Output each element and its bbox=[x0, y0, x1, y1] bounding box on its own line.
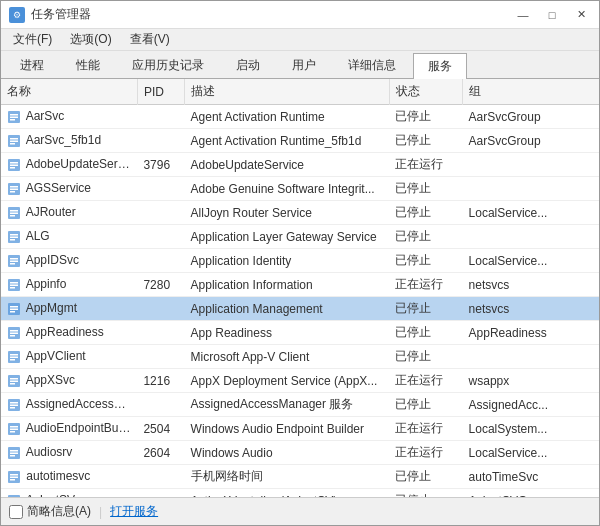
cell-name: AssignedAccessManager... bbox=[1, 393, 137, 417]
services-table-container[interactable]: 名称 PID 描述 状态 组 AarSvc bbox=[1, 79, 599, 497]
cell-pid bbox=[137, 177, 184, 201]
brief-info-label: 简略信息(A) bbox=[27, 503, 91, 520]
table-row[interactable]: AxInstSV ActiveX Installer (AxInstSV) 已停… bbox=[1, 489, 599, 498]
service-icon bbox=[7, 446, 21, 460]
maximize-button[interactable]: □ bbox=[538, 5, 566, 25]
menu-options[interactable]: 选项(O) bbox=[62, 29, 119, 50]
table-row[interactable]: AppVClient Microsoft App-V Client 已停止 bbox=[1, 345, 599, 369]
cell-desc: Application Management bbox=[185, 297, 390, 321]
cell-status: 已停止 bbox=[389, 465, 462, 489]
cell-desc: ActiveX Installer (AxInstSV) bbox=[185, 489, 390, 498]
svg-rect-49 bbox=[10, 402, 18, 404]
svg-rect-47 bbox=[10, 383, 15, 385]
service-icon bbox=[7, 206, 21, 220]
service-icon bbox=[7, 278, 21, 292]
table-row[interactable]: AarSvc_5fb1d Agent Activation Runtime_5f… bbox=[1, 129, 599, 153]
cell-group bbox=[463, 177, 599, 201]
cell-status: 已停止 bbox=[389, 297, 462, 321]
table-row[interactable]: AJRouter AllJoyn Router Service 已停止 Loca… bbox=[1, 201, 599, 225]
svg-rect-5 bbox=[10, 138, 18, 140]
service-icon bbox=[7, 398, 21, 412]
col-header-desc[interactable]: 描述 bbox=[185, 79, 390, 105]
table-row[interactable]: ALG Application Layer Gateway Service 已停… bbox=[1, 225, 599, 249]
tab-processes[interactable]: 进程 bbox=[5, 52, 59, 78]
tab-users[interactable]: 用户 bbox=[277, 52, 331, 78]
cell-desc: Application Information bbox=[185, 273, 390, 297]
svg-rect-15 bbox=[10, 191, 15, 193]
app-icon: ⚙ bbox=[9, 7, 25, 23]
title-buttons: — □ ✕ bbox=[509, 5, 595, 25]
svg-rect-10 bbox=[10, 164, 18, 166]
svg-rect-1 bbox=[10, 114, 18, 116]
table-row[interactable]: Audiosrv 2604 Windows Audio 正在运行 LocalSe… bbox=[1, 441, 599, 465]
table-row[interactable]: AudioEndpointBuilder 2504 Windows Audio … bbox=[1, 417, 599, 441]
tab-services[interactable]: 服务 bbox=[413, 53, 467, 79]
table-row[interactable]: AGSService Adobe Genuine Software Integr… bbox=[1, 177, 599, 201]
cell-desc: AssignedAccessManager 服务 bbox=[185, 393, 390, 417]
cell-group: autoTimeSvc bbox=[463, 465, 599, 489]
minimize-button[interactable]: — bbox=[509, 5, 537, 25]
col-header-group[interactable]: 组 bbox=[463, 79, 599, 105]
col-header-pid[interactable]: PID bbox=[137, 79, 184, 105]
title-bar: ⚙ 任务管理器 — □ ✕ bbox=[1, 1, 599, 29]
cell-pid bbox=[137, 321, 184, 345]
cell-group: AssignedAcc... bbox=[463, 393, 599, 417]
table-row[interactable]: AppXSvc 1216 AppX Deployment Service (Ap… bbox=[1, 369, 599, 393]
cell-status: 已停止 bbox=[389, 345, 462, 369]
tab-startup[interactable]: 启动 bbox=[221, 52, 275, 78]
open-services-link[interactable]: 打开服务 bbox=[110, 503, 158, 520]
col-header-status[interactable]: 状态 bbox=[389, 79, 462, 105]
cell-pid bbox=[137, 105, 184, 129]
svg-rect-39 bbox=[10, 335, 15, 337]
service-icon bbox=[7, 182, 21, 196]
table-row[interactable]: AppReadiness App Readiness 已停止 AppReadin… bbox=[1, 321, 599, 345]
svg-rect-53 bbox=[10, 426, 18, 428]
svg-rect-59 bbox=[10, 455, 15, 457]
table-row[interactable]: AppMgmt Application Management 已停止 netsv… bbox=[1, 297, 599, 321]
menu-view[interactable]: 查看(V) bbox=[122, 29, 178, 50]
table-row[interactable]: AarSvc Agent Activation Runtime 已停止 AarS… bbox=[1, 105, 599, 129]
menu-file[interactable]: 文件(F) bbox=[5, 29, 60, 50]
cell-desc: AllJoyn Router Service bbox=[185, 201, 390, 225]
tab-app-history[interactable]: 应用历史记录 bbox=[117, 52, 219, 78]
tab-details[interactable]: 详细信息 bbox=[333, 52, 411, 78]
bottom-bar: 简略信息(A) | 打开服务 bbox=[1, 497, 599, 525]
cell-name: AarSvc_5fb1d bbox=[1, 129, 137, 153]
table-row[interactable]: AssignedAccessManager... AssignedAccessM… bbox=[1, 393, 599, 417]
cell-desc: AdobeUpdateService bbox=[185, 153, 390, 177]
cell-group: wsappx bbox=[463, 369, 599, 393]
cell-desc: Windows Audio bbox=[185, 441, 390, 465]
cell-name: AxInstSV bbox=[1, 489, 137, 498]
table-row[interactable]: AppIDSvc Application Identity 已停止 LocalS… bbox=[1, 249, 599, 273]
svg-rect-27 bbox=[10, 263, 15, 265]
col-header-name[interactable]: 名称 bbox=[1, 79, 137, 105]
svg-rect-29 bbox=[10, 282, 18, 284]
service-icon bbox=[7, 110, 21, 124]
cell-name: AppMgmt bbox=[1, 297, 137, 321]
svg-rect-41 bbox=[10, 354, 18, 356]
table-row[interactable]: AdobeUpdateService 3796 AdobeUpdateServi… bbox=[1, 153, 599, 177]
cell-pid bbox=[137, 393, 184, 417]
cell-pid: 1216 bbox=[137, 369, 184, 393]
svg-rect-51 bbox=[10, 407, 15, 409]
cell-pid bbox=[137, 297, 184, 321]
svg-rect-37 bbox=[10, 330, 18, 332]
cell-status: 已停止 bbox=[389, 129, 462, 153]
svg-rect-45 bbox=[10, 378, 18, 380]
svg-rect-13 bbox=[10, 186, 18, 188]
close-button[interactable]: ✕ bbox=[567, 5, 595, 25]
cell-name: AarSvc bbox=[1, 105, 137, 129]
service-icon bbox=[7, 134, 21, 148]
cell-pid bbox=[137, 129, 184, 153]
brief-info-checkbox[interactable] bbox=[9, 505, 23, 519]
table-row[interactable]: autotimesvc 手机网络时间 已停止 autoTimeSvc bbox=[1, 465, 599, 489]
svg-rect-11 bbox=[10, 167, 15, 169]
cell-pid: 7280 bbox=[137, 273, 184, 297]
table-row[interactable]: Appinfo 7280 Application Information 正在运… bbox=[1, 273, 599, 297]
cell-pid bbox=[137, 201, 184, 225]
svg-rect-34 bbox=[10, 308, 18, 310]
svg-rect-30 bbox=[10, 284, 18, 286]
cell-group: LocalService... bbox=[463, 441, 599, 465]
tab-performance[interactable]: 性能 bbox=[61, 52, 115, 78]
svg-rect-17 bbox=[10, 210, 18, 212]
